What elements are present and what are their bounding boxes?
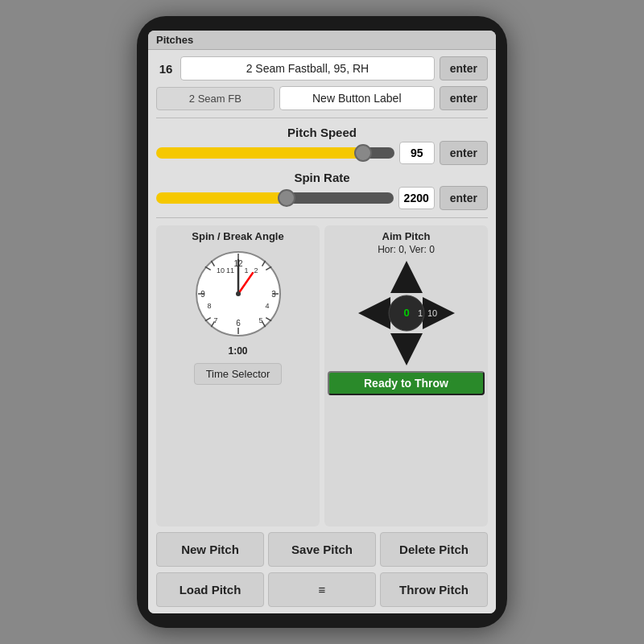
pitch-speed-enter-button[interactable]: enter: [440, 141, 488, 165]
pitch-speed-row: 95 enter: [156, 141, 488, 165]
screen: Pitches 16 enter 2 Seam FB enter Pitch S…: [148, 31, 496, 613]
content-area: 16 enter 2 Seam FB enter Pitch Speed: [148, 50, 496, 613]
spin-break-panel: Spin / Break Angle: [156, 225, 320, 526]
svg-text:10: 10: [427, 308, 436, 318]
svg-marker-29: [390, 333, 423, 365]
svg-text:9: 9: [200, 290, 205, 299]
svg-text:1: 1: [417, 308, 422, 318]
clock-container[interactable]: 12 6 9 3 2 10 4 8 5 7 1 11: [190, 246, 287, 342]
svg-text:8: 8: [207, 302, 211, 310]
svg-text:5: 5: [258, 316, 262, 324]
svg-text:3: 3: [271, 290, 276, 299]
pitch-speed-thumb[interactable]: [354, 144, 372, 162]
pitch-speed-track: [156, 147, 394, 159]
svg-text:11: 11: [225, 266, 233, 275]
divider-1: [156, 118, 488, 118]
aim-pitch-label: Aim Pitch: [382, 230, 431, 242]
save-pitch-button[interactable]: Save Pitch: [268, 532, 376, 567]
divider-2: [156, 217, 488, 218]
spin-rate-track: [156, 192, 394, 204]
spin-rate-thumb[interactable]: [278, 189, 295, 207]
seam-fb-button[interactable]: 2 Seam FB: [156, 87, 275, 110]
action-buttons-row2: Load Pitch ≡ Throw Pitch: [156, 572, 488, 607]
svg-text:0: 0: [403, 307, 409, 319]
aim-diamond-svg: 0 1 10: [354, 257, 459, 369]
pitch-speed-slider-container[interactable]: [156, 144, 394, 162]
menu-button[interactable]: ≡: [268, 572, 376, 607]
pitch-speed-section: Pitch Speed 95 enter: [156, 126, 488, 165]
button-label-enter-button[interactable]: enter: [440, 86, 488, 110]
svg-marker-28: [390, 261, 423, 293]
ready-to-throw-button[interactable]: Ready to Throw: [328, 371, 485, 395]
action-buttons-row1: New Pitch Save Pitch Delete Pitch: [156, 532, 488, 567]
spin-rate-section: Spin Rate 2200 enter: [156, 171, 488, 210]
aim-coords-display: Hor: 0, Ver: 0: [378, 244, 435, 255]
pitch-name-row: 16 enter: [156, 56, 488, 80]
pitch-speed-value: 95: [399, 142, 435, 164]
svg-marker-30: [358, 297, 390, 329]
device-frame: Pitches 16 enter 2 Seam FB enter Pitch S…: [137, 16, 507, 628]
diamond-container[interactable]: 0 1 10: [354, 257, 459, 369]
throw-pitch-button[interactable]: Throw Pitch: [380, 572, 488, 607]
svg-text:1: 1: [244, 266, 248, 275]
svg-text:2: 2: [254, 266, 258, 275]
spin-rate-row: 2200 enter: [156, 186, 488, 210]
svg-text:4: 4: [265, 302, 269, 310]
title-bar: Pitches: [148, 31, 496, 50]
spin-break-label: Spin / Break Angle: [192, 230, 283, 242]
svg-text:7: 7: [213, 316, 217, 324]
clock-svg: 12 6 9 3 2 10 4 8 5 7 1 11: [190, 246, 287, 342]
svg-text:6: 6: [236, 319, 241, 328]
spin-rate-slider-container[interactable]: [156, 189, 394, 207]
button-label-row: 2 Seam FB enter: [156, 86, 488, 110]
spin-rate-label: Spin Rate: [156, 171, 488, 184]
svg-point-27: [236, 291, 241, 296]
pitch-name-enter-button[interactable]: enter: [440, 56, 488, 80]
delete-pitch-button[interactable]: Delete Pitch: [380, 532, 488, 567]
pitch-number: 16: [156, 62, 175, 76]
clock-time-display: 1:00: [228, 345, 247, 357]
title-label: Pitches: [156, 34, 193, 46]
load-pitch-button[interactable]: Load Pitch: [156, 572, 264, 607]
new-button-label-input[interactable]: [279, 86, 435, 110]
svg-text:10: 10: [216, 266, 224, 275]
spin-rate-value: 2200: [398, 187, 435, 209]
bottom-panels: Spin / Break Angle: [156, 225, 488, 526]
time-selector-button[interactable]: Time Selector: [194, 363, 283, 385]
new-pitch-button[interactable]: New Pitch: [156, 532, 264, 567]
pitch-name-input[interactable]: [180, 56, 435, 80]
aim-pitch-panel: Aim Pitch Hor: 0, Ver: 0: [324, 225, 488, 526]
spin-rate-enter-button[interactable]: enter: [440, 186, 488, 210]
pitch-speed-label: Pitch Speed: [156, 126, 488, 139]
